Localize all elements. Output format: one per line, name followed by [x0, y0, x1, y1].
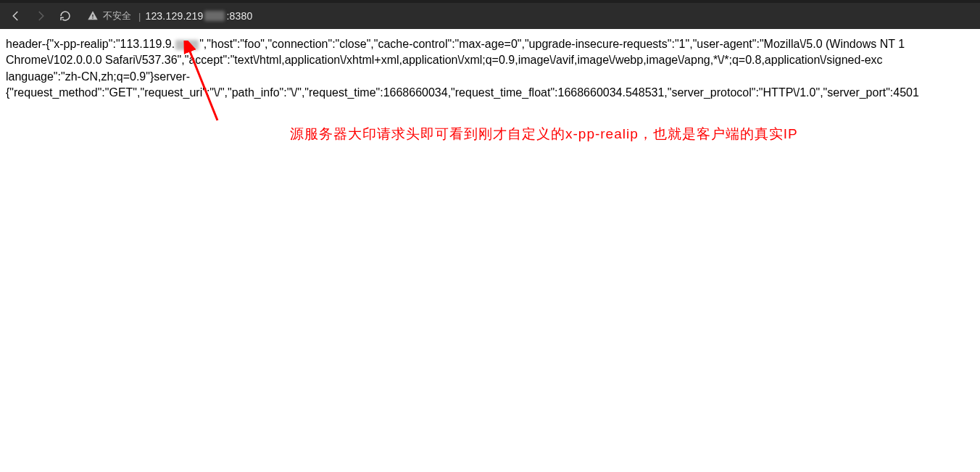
page-body: header-{"x-pp-realip":"113.119.9.","host… [0, 29, 980, 102]
reload-button[interactable] [55, 6, 75, 26]
url-blur [204, 11, 225, 21]
response-text-1b: ","host":"foo","connection":"close","cac… [199, 38, 905, 50]
insecure-label: 不安全 [103, 9, 131, 22]
back-button[interactable] [6, 6, 26, 26]
response-text-2: Chrome\/102.0.0.0 Safari\/537.36","accep… [6, 54, 883, 66]
response-text-4: {"request_method":"GET","request_uri":"\… [6, 86, 919, 99]
address-bar[interactable]: 不安全 | 123.129.219 :8380 [80, 6, 974, 26]
ip-blur [175, 40, 199, 50]
response-text-1a: header-{"x-pp-realip":"113.119.9. [6, 38, 175, 50]
insecure-warning-icon [87, 10, 99, 22]
separator: | [138, 11, 141, 22]
svg-rect-1 [92, 17, 93, 18]
browser-toolbar: 不安全 | 123.129.219 :8380 [0, 3, 980, 29]
response-text-3: language":"zh-CN,zh;q=0.9"}server- [6, 70, 190, 83]
svg-rect-0 [92, 15, 93, 17]
forward-button[interactable] [30, 6, 51, 26]
url-text: 123.129.219 :8380 [145, 10, 252, 22]
annotation-text: 源服务器大印请求头即可看到刚才自定义的x-pp-realip，也就是客户端的真实… [290, 125, 798, 144]
